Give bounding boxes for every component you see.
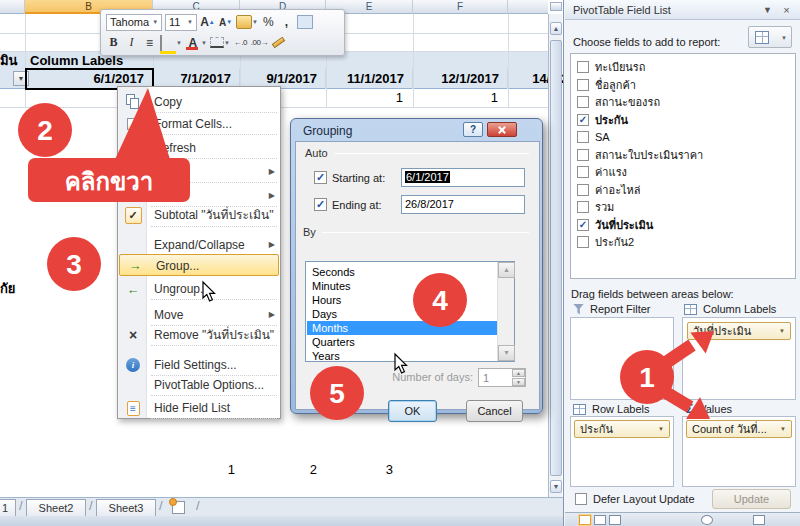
checkbox[interactable] [577, 131, 589, 143]
menu-item-remove[interactable]: × Remove "วันที่ประเมิน" [118, 324, 280, 346]
checkbox[interactable] [577, 79, 589, 91]
view-normal-icon[interactable] [579, 515, 591, 525]
update-button[interactable]: Update [712, 489, 791, 509]
starting-at-input[interactable]: 6/1/2017 [401, 168, 525, 187]
layout-options-button[interactable]: ▼ [748, 26, 792, 48]
menu-item-ungroup[interactable]: ← Ungroup... [118, 278, 280, 300]
count-cell-1[interactable]: 1 [326, 89, 413, 107]
grow-font-button[interactable]: A▲ [200, 14, 215, 31]
total-cell-2[interactable]: 2 [245, 462, 317, 478]
menu-item-sort[interactable]: ▶ [118, 161, 280, 183]
menu-item-pivottable-options[interactable]: PivotTable Options... [118, 374, 280, 396]
help-button[interactable]: ? [463, 122, 483, 137]
fill-color-button[interactable]: ▼ [160, 34, 182, 51]
menu-item-subtotal[interactable]: ✓ Subtotal "วันที่ประเมิน" [118, 203, 280, 227]
list-option-seconds[interactable]: Seconds [307, 265, 497, 279]
scrollbar-split-handle[interactable] [550, 2, 562, 11]
checkbox[interactable] [577, 236, 589, 248]
number-of-days-spinner[interactable]: 1 ▲ ▼ [478, 368, 526, 387]
comma-style-button[interactable]: , [279, 14, 294, 31]
checkbox-checked[interactable]: ✓ [577, 114, 589, 126]
list-option-minutes[interactable]: Minutes [307, 279, 497, 293]
field-row[interactable]: ค่าแรง [577, 164, 627, 180]
checkbox[interactable] [577, 184, 589, 196]
list-option-hours[interactable]: Hours [307, 293, 497, 307]
report-filter-area[interactable] [570, 317, 674, 400]
menu-item-hide-field-list[interactable]: ≡ Hide Field List [118, 397, 280, 419]
cancel-button[interactable]: Cancel [466, 400, 523, 422]
view-break-icon[interactable] [609, 515, 621, 525]
field-row[interactable]: รวม [577, 199, 614, 215]
checkbox[interactable] [577, 61, 589, 73]
col-header-g[interactable] [508, 0, 548, 14]
scroll-down-button[interactable]: ▼ [550, 480, 562, 493]
ending-at-checkbox[interactable]: ✓ [314, 198, 327, 211]
list-option-days[interactable]: Days [307, 307, 497, 321]
value-field-button[interactable]: Count of วันที่...▼ [686, 420, 792, 438]
scroll-up-button[interactable]: ▲ [498, 262, 515, 278]
scrollbar-thumb[interactable] [550, 40, 562, 476]
checkbox[interactable] [577, 149, 589, 161]
borders-button[interactable]: ▼ [210, 34, 230, 51]
font-name-select[interactable]: Tahoma▼ [106, 14, 162, 31]
checkbox[interactable] [577, 166, 589, 178]
defer-layout-checkbox[interactable] [575, 493, 587, 505]
ending-at-input[interactable]: 26/8/2017 [401, 195, 525, 214]
font-size-select[interactable]: 11▼ [165, 14, 197, 31]
listbox-scrollbar[interactable]: ▲ ▼ [497, 262, 514, 361]
italic-button[interactable]: I [124, 34, 139, 51]
checkbox[interactable] [577, 96, 589, 108]
merge-center-button[interactable] [297, 14, 313, 31]
font-color-button[interactable]: A▼ [185, 34, 207, 51]
row-field-button[interactable]: ประกัน▼ [574, 420, 670, 438]
zoom-slider-icon[interactable] [753, 515, 765, 525]
decrease-decimal-button[interactable]: .00→ [251, 34, 268, 51]
list-option-months-selected[interactable]: Months [307, 321, 497, 335]
starting-at-checkbox[interactable]: ✓ [314, 171, 327, 184]
count-cell-2[interactable]: 1 [413, 89, 508, 107]
field-row[interactable]: ✓วันที่ประเมิน [577, 217, 653, 233]
increase-decimal-button[interactable]: ←.0 [233, 34, 248, 51]
checkbox-checked[interactable]: ✓ [577, 219, 589, 231]
spinner-up-button[interactable]: ▲ [512, 369, 525, 377]
menu-item-field-settings[interactable]: i Field Settings... [118, 354, 280, 376]
format-painter-button[interactable] [271, 34, 286, 51]
field-row[interactable]: ชื่อลูกค้า [577, 77, 636, 93]
list-option-quarters[interactable]: Quarters [307, 335, 497, 349]
ok-button[interactable]: OK [388, 400, 437, 422]
shrink-font-button[interactable]: A▼ [218, 14, 233, 31]
menu-item-format-cells[interactable]: Format Cells... [118, 113, 280, 135]
menu-item-move[interactable]: Move ▶ [118, 304, 280, 326]
tab-sheet2[interactable]: Sheet2 [26, 499, 86, 516]
menu-item-refresh[interactable]: ↻ Refresh [118, 137, 280, 159]
view-layout-icon[interactable] [594, 515, 606, 525]
field-row[interactable]: ประกัน2 [577, 234, 634, 250]
date-cell-4[interactable]: 11/1/2017 [326, 69, 413, 89]
field-row[interactable]: ทะเบียนรถ [577, 59, 645, 75]
col-header-a[interactable] [0, 0, 25, 14]
col-header-f[interactable]: F [413, 0, 508, 14]
checkbox[interactable] [577, 201, 589, 213]
horizontal-scrollbar[interactable] [0, 516, 563, 526]
tab-sheet3[interactable]: Sheet3 [96, 499, 156, 516]
panel-menu-button[interactable]: ▼ [760, 4, 775, 17]
by-listbox[interactable]: Seconds Minutes Hours Days Months Quarte… [305, 261, 515, 362]
field-row[interactable]: ✓ประกัน [577, 112, 628, 128]
tab-sheet1[interactable]: 1 [0, 499, 16, 516]
field-row[interactable]: ค่าอะไหล่ [577, 182, 641, 198]
total-cell-3[interactable]: 3 [320, 462, 393, 478]
field-row[interactable]: สถานะใบประเมินราคา [577, 147, 703, 163]
spinner-down-button[interactable]: ▼ [512, 378, 525, 386]
menu-item-copy[interactable]: Copy [118, 91, 280, 113]
scroll-up-button[interactable]: ▲ [550, 22, 562, 35]
field-row[interactable]: SA [577, 129, 610, 145]
align-center-button[interactable]: ≡ [142, 34, 157, 51]
date-cell-5[interactable]: 12/1/2017 [413, 69, 508, 89]
panel-close-button[interactable]: × [779, 4, 794, 17]
list-option-years[interactable]: Years [307, 349, 497, 363]
total-cell-1[interactable]: 1 [160, 462, 235, 478]
bold-button[interactable]: B [106, 34, 121, 51]
vertical-scrollbar[interactable]: ▲ ▼ [548, 14, 562, 497]
percent-style-button[interactable]: % [261, 14, 276, 31]
close-button[interactable] [487, 122, 517, 137]
